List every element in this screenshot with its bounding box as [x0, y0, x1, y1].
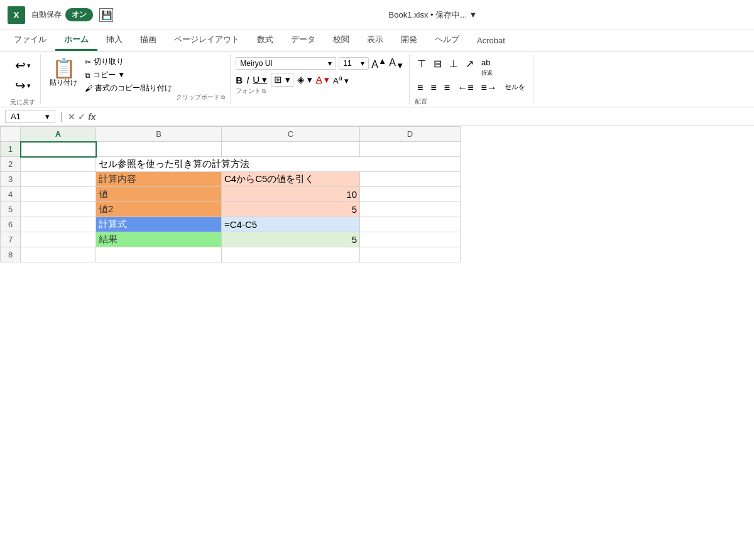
cell-c6[interactable]: =C4-C5	[222, 217, 360, 232]
cell-a4[interactable]	[21, 187, 96, 202]
cell-ref-dropdown-icon: ▾	[45, 112, 50, 121]
table-row: 3 計算内容 C4からC5の値を引く	[1, 172, 461, 187]
indent-left-button[interactable]: ←≡	[455, 81, 476, 95]
cell-ref-box[interactable]: A1 ▾	[5, 110, 55, 123]
align-center-button[interactable]: ≡	[428, 81, 439, 95]
tab-page-layout[interactable]: ページレイアウト	[165, 30, 248, 51]
cell-d1[interactable]	[360, 142, 461, 157]
angle-text-button[interactable]: ↗	[463, 57, 476, 78]
format-paint-button[interactable]: 🖌 書式のコピー/貼り付け	[85, 83, 172, 94]
cell-a3[interactable]	[21, 172, 96, 187]
cell-b3[interactable]: 計算内容	[96, 172, 222, 187]
formula-input[interactable]	[101, 110, 749, 122]
font-name-value: Meiryo UI	[240, 59, 272, 68]
align-left-button[interactable]: ≡	[415, 81, 425, 95]
tab-home[interactable]: ホーム	[55, 30, 97, 51]
formula-confirm-icon[interactable]: ✓	[78, 112, 85, 122]
undo-button[interactable]: ↩ ▾	[13, 57, 33, 74]
corner-header	[1, 127, 21, 142]
cell-b5[interactable]: 値2	[96, 202, 222, 217]
cell-d7[interactable]	[360, 232, 461, 247]
redo-button[interactable]: ↪ ▾	[13, 77, 33, 94]
cell-a2[interactable]	[21, 157, 96, 172]
col-header-c[interactable]: C	[222, 127, 360, 142]
cell-c7[interactable]: 5	[222, 232, 360, 247]
fill-color-button[interactable]: ◈ ▾	[297, 74, 312, 85]
cut-button[interactable]: ✂ 切り取り	[85, 57, 172, 67]
autosave-section: 自動保存 オン	[31, 8, 93, 21]
cell-c4[interactable]: 10	[222, 187, 360, 202]
tab-formulas[interactable]: 数式	[248, 30, 282, 51]
italic-button[interactable]: I	[246, 75, 249, 85]
autosave-toggle[interactable]: オン	[65, 8, 93, 21]
bold-button[interactable]: B	[236, 75, 243, 85]
clipboard-expand-icon[interactable]: ⧉	[221, 94, 225, 101]
row-num-7: 7	[1, 232, 21, 247]
copy-button[interactable]: ⧉ コピー ▼	[85, 70, 172, 80]
cell-c1[interactable]	[222, 142, 360, 157]
font-shrink-button[interactable]: A▼	[389, 57, 404, 70]
cell-a1[interactable]	[21, 142, 96, 157]
save-icon[interactable]: 💾	[99, 8, 113, 22]
col-header-d[interactable]: D	[360, 127, 461, 142]
cell-d3[interactable]	[360, 172, 461, 187]
cell-a7[interactable]	[21, 232, 96, 247]
row-num-3: 3	[1, 172, 21, 187]
cell-b7[interactable]: 結果	[96, 232, 222, 247]
col-header-b[interactable]: B	[96, 127, 222, 142]
clipboard-actions: ✂ 切り取り ⧉ コピー ▼ 🖌 書式のコピー/貼り付け	[85, 57, 172, 94]
font-group-label: フォント	[236, 87, 261, 95]
cell-b1[interactable]	[96, 142, 222, 157]
cell-b6[interactable]: 計算式	[96, 217, 222, 232]
table-row: 4 値 10	[1, 187, 461, 202]
cell-a8[interactable]	[21, 247, 96, 262]
cell-a5[interactable]	[21, 202, 96, 217]
formula-cancel-icon[interactable]: ✕	[68, 112, 75, 122]
formula-divider: |	[60, 111, 63, 122]
align-right-button[interactable]: ≡	[442, 81, 452, 95]
cell-d8[interactable]	[360, 247, 461, 262]
underline-button[interactable]: U ▾	[253, 74, 267, 85]
cell-b2[interactable]: セル参照を使った引き算の計算方法	[96, 157, 461, 172]
border-button[interactable]: ⊞ ▾	[271, 73, 293, 87]
tab-draw[interactable]: 描画	[131, 30, 165, 51]
tab-file[interactable]: ファイル	[5, 30, 55, 51]
cell-d6[interactable]	[360, 217, 461, 232]
indent-right-button[interactable]: ≡→	[478, 81, 499, 95]
font-size-selector[interactable]: 11 ▾	[339, 57, 369, 70]
col-header-a[interactable]: A	[21, 127, 96, 142]
tab-review[interactable]: 校閲	[324, 30, 358, 51]
title-bar: X 自動保存 オン 💾 Book1.xlsx • 保存中... ▼	[0, 0, 754, 30]
tab-view[interactable]: 表示	[358, 30, 392, 51]
cell-c3[interactable]: C4からC5の値を引く	[222, 172, 360, 187]
row-num-2: 2	[1, 157, 21, 172]
cell-b4[interactable]: 値	[96, 187, 222, 202]
spreadsheet-container[interactable]: A B C D 1 2 セル参照を使った引き算の計算方法	[0, 126, 754, 560]
cell-c8[interactable]	[222, 247, 360, 262]
tab-help[interactable]: ヘルプ	[426, 30, 468, 51]
cell-c5[interactable]: 5	[222, 202, 360, 217]
font-expand-icon[interactable]: ⧉	[262, 88, 266, 95]
font-name-selector[interactable]: Meiryo UI ▾	[236, 57, 336, 70]
align-top-button[interactable]: ⊤	[415, 57, 429, 78]
merge-cells-button[interactable]: セルを	[502, 81, 528, 95]
formula-function-icon[interactable]: fx	[88, 112, 96, 122]
align-middle-button[interactable]: ⊟	[431, 57, 444, 78]
font-size-value: 11	[343, 59, 351, 68]
row-num-8: 8	[1, 247, 21, 262]
cell-d4[interactable]	[360, 187, 461, 202]
font-grow-button[interactable]: A▲	[371, 57, 386, 70]
font-color-button[interactable]: A ▾	[316, 74, 329, 85]
cell-b8[interactable]	[96, 247, 222, 262]
paste-button[interactable]: 📋 貼り付け	[46, 57, 81, 90]
tab-dev[interactable]: 開発	[392, 30, 426, 51]
tab-data[interactable]: データ	[282, 30, 324, 51]
cell-d5[interactable]	[360, 202, 461, 217]
align-bottom-button[interactable]: ⊥	[447, 57, 461, 78]
formula-bar: A1 ▾ | ✕ ✓ fx	[0, 107, 754, 126]
tab-acrobat[interactable]: Acrobat	[468, 32, 514, 51]
superscript-button[interactable]: Aa ▾	[333, 74, 349, 85]
cell-a6[interactable]	[21, 217, 96, 232]
tab-insert[interactable]: 挿入	[97, 30, 131, 51]
wrap-text-button[interactable]: ab折返	[479, 57, 495, 78]
